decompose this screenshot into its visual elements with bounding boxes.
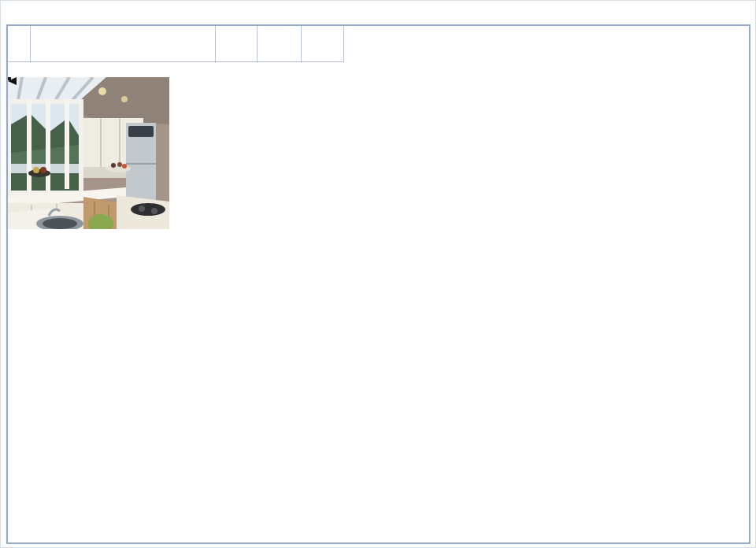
row-number-header [8, 26, 31, 62]
timeline-week-ticks-bottom [8, 62, 749, 77]
gantt-sheet [6, 24, 750, 544]
start-date-column-header[interactable] [258, 26, 302, 62]
timeline-header [344, 26, 749, 62]
duration-column-header[interactable] [216, 26, 258, 62]
name-column-header[interactable] [31, 26, 216, 62]
gantt-app-canvas [0, 0, 756, 548]
timeline-week-ticks-top [344, 44, 749, 62]
callout-note[interactable] [8, 77, 11, 80]
table-header-row [8, 26, 749, 62]
timeline-month-row [344, 26, 749, 44]
kitchen-photo [8, 77, 169, 229]
finish-date-column-header[interactable] [302, 26, 344, 62]
